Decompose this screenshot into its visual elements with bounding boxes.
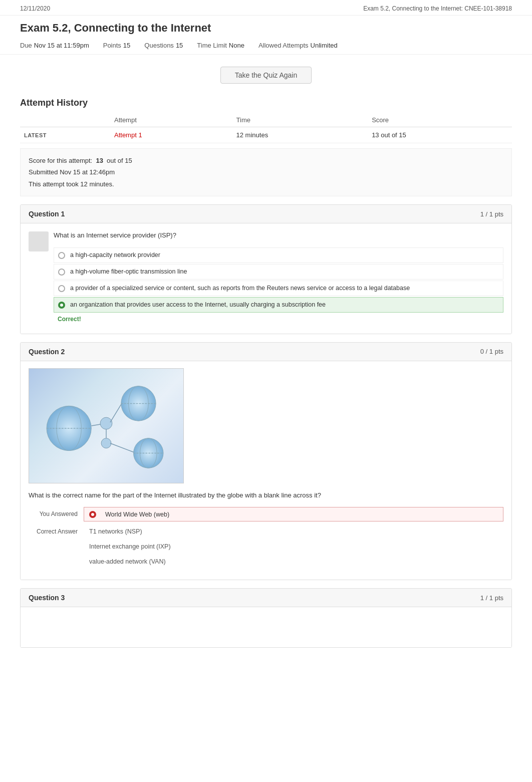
- q1-option-4: an organization that provides user acces…: [54, 297, 503, 313]
- q1-option-4-text: an organization that provides user acces…: [70, 301, 326, 308]
- question-2-image: [29, 368, 184, 483]
- take-quiz-btn-container: Take the Quiz Again: [0, 55, 532, 93]
- q2-other-option-3: value-added network (VAN): [84, 555, 503, 569]
- question-2-block: Question 2 0 / 1 pts: [20, 342, 512, 581]
- q2-wrong-radio: [89, 511, 96, 518]
- svg-point-9: [100, 417, 112, 429]
- score-of: out of 15: [107, 157, 132, 164]
- q1-option-2-text: a high-volume fiber-optic transmission l…: [70, 268, 187, 275]
- q1-radio-3: [58, 285, 65, 292]
- attempt-time: 12 minutes: [232, 127, 368, 143]
- q1-radio-1: [58, 252, 65, 259]
- score-summary-wrapper: Score for this attempt: 13 out of 15 Sub…: [20, 148, 512, 196]
- take-quiz-button[interactable]: Take the Quiz Again: [220, 67, 312, 84]
- latest-badge-cell: LATEST: [20, 127, 110, 143]
- q1-radio-4: [58, 302, 65, 309]
- allowed-attempts-meta: Allowed Attempts Unlimited: [258, 42, 338, 49]
- q2-other-option-1-text: T1 networks (NSP): [89, 528, 142, 535]
- svg-line-12: [110, 404, 121, 422]
- questions-value: 15: [176, 42, 183, 49]
- questions-area: Question 1 1 / 1 pts What is an Internet…: [0, 204, 532, 676]
- q2-other-option-2-text: Internet exchange point (IXP): [89, 543, 171, 550]
- top-bar: 12/11/2020 Exam 5.2, Connecting to the I…: [0, 0, 532, 16]
- questions-label: Questions: [144, 42, 174, 49]
- q2-other-options: T1 networks (NSP) Internet exchange poin…: [84, 525, 503, 570]
- question-2-title: Question 2: [29, 348, 65, 356]
- question-3-body: [21, 607, 511, 647]
- question-3-block: Question 3 1 / 1 pts: [20, 588, 512, 648]
- due-value: Nov 15 at 11:59pm: [34, 42, 89, 49]
- question-1-title: Question 1: [29, 210, 65, 218]
- q1-option-2: a high-volume fiber-optic transmission l…: [54, 264, 503, 280]
- attempt-table: Attempt Time Score LATEST Attempt 1 12 m…: [20, 113, 512, 143]
- latest-badge: LATEST: [24, 132, 47, 138]
- duration-line: This attempt took 12 minutes.: [29, 178, 503, 190]
- question-2-header: Question 2 0 / 1 pts: [21, 343, 511, 361]
- q2-you-answered-row: You Answered World Wide Web (web): [29, 507, 503, 522]
- q2-correct-answer-label: Correct Answer: [29, 525, 84, 535]
- question-3-title: Question 3: [29, 594, 65, 602]
- q2-you-answered-text: World Wide Web (web): [105, 511, 169, 518]
- q1-correct-label: Correct!: [54, 314, 503, 327]
- score-label: Score for this attempt:: [29, 157, 92, 164]
- q1-option-3: a provider of a specialized service or c…: [54, 281, 503, 296]
- time-limit-value: None: [229, 42, 244, 49]
- points-meta: Points 15: [103, 42, 131, 49]
- q2-other-option-3-text: value-added network (VAN): [89, 558, 166, 565]
- question-1-block: Question 1 1 / 1 pts What is an Internet…: [20, 204, 512, 334]
- attempt-link[interactable]: Attempt 1: [114, 131, 142, 139]
- q1-radio-2: [58, 269, 65, 276]
- attempt-row: LATEST Attempt 1 12 minutes 13 out of 15: [20, 127, 512, 143]
- page-title: Exam 5.2, Connecting to the Internet: [0, 16, 532, 39]
- q2-you-answered-box: World Wide Web (web): [84, 507, 503, 522]
- score-num: 13: [96, 157, 103, 164]
- attempt-history-title: Attempt History: [20, 98, 512, 108]
- time-limit-label: Time Limit: [197, 42, 226, 49]
- question-2-text: What is the correct name for the part of…: [29, 490, 503, 500]
- q1-option-3-text: a provider of a specialized service or c…: [70, 285, 410, 292]
- due-label: Due: [20, 42, 32, 49]
- svg-line-13: [110, 443, 134, 452]
- allowed-attempts-label: Allowed Attempts: [258, 42, 309, 49]
- score-line: Score for this attempt: 13 out of 15: [29, 155, 503, 166]
- allowed-attempts-value: Unlimited: [311, 42, 338, 49]
- attempt-score: 13 out of 15: [368, 127, 512, 143]
- points-value: 15: [123, 42, 130, 49]
- q2-you-answered-label: You Answered: [29, 507, 84, 517]
- col-attempt: Attempt: [110, 113, 232, 127]
- question-1-pts: 1 / 1 pts: [480, 210, 503, 218]
- question-3-pts: 1 / 1 pts: [480, 594, 503, 602]
- question-1-text: What is an Internet service provider (IS…: [54, 230, 503, 240]
- svg-point-3: [121, 386, 156, 420]
- col-badge: [20, 113, 110, 127]
- q2-other-option-1: T1 networks (NSP): [84, 525, 503, 539]
- questions-meta: Questions 15: [144, 42, 183, 49]
- question-1-options: a high-capacity network provider a high-…: [54, 247, 503, 314]
- svg-point-10: [101, 438, 111, 448]
- col-time: Time: [232, 113, 368, 127]
- question-1-header: Question 1 1 / 1 pts: [21, 205, 511, 223]
- question-2-pts: 0 / 1 pts: [480, 348, 503, 355]
- top-bar-exam-code: Exam 5.2, Connecting to the Internet: CN…: [363, 5, 512, 12]
- col-score: Score: [368, 113, 512, 127]
- question-2-body: What is the correct name for the part of…: [21, 361, 511, 580]
- question-1-body: What is an Internet service provider (IS…: [21, 223, 511, 334]
- q1-option-1: a high-capacity network provider: [54, 247, 503, 263]
- q2-other-option-2: Internet exchange point (IXP): [84, 540, 503, 554]
- attempt-link-cell[interactable]: Attempt 1: [110, 127, 232, 143]
- submitted-line: Submitted Nov 15 at 12:46pm: [29, 166, 503, 178]
- q1-option-1-text: a high-capacity network provider: [70, 251, 160, 258]
- svg-line-11: [91, 424, 100, 426]
- points-label: Points: [103, 42, 121, 49]
- score-summary: Score for this attempt: 13 out of 15 Sub…: [20, 148, 512, 196]
- time-limit-meta: Time Limit None: [197, 42, 244, 49]
- due-meta: Due Nov 15 at 11:59pm: [20, 42, 89, 49]
- question-3-header: Question 3 1 / 1 pts: [21, 589, 511, 607]
- meta-row: Due Nov 15 at 11:59pm Points 15 Question…: [0, 39, 532, 55]
- top-bar-date: 12/11/2020: [20, 5, 50, 12]
- q2-correct-answer-row: Correct Answer T1 networks (NSP) Interne…: [29, 525, 503, 570]
- attempt-history-section: Attempt History Attempt Time Score LATES…: [0, 93, 532, 143]
